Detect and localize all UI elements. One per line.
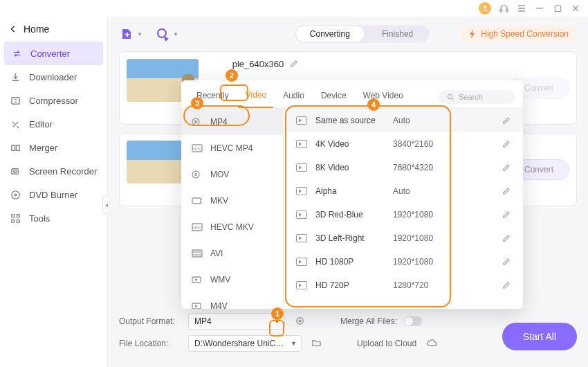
format-item[interactable]: WMV: [181, 267, 283, 293]
resolution-item[interactable]: 8K Video7680*4320: [284, 156, 523, 179]
svg-point-16: [15, 194, 17, 196]
annotation-2: 2: [226, 69, 238, 82]
resolution-item[interactable]: AlphaAuto: [284, 179, 523, 203]
add-url-button[interactable]: [155, 26, 170, 42]
svg-point-23: [158, 29, 166, 37]
svg-rect-10: [11, 97, 19, 103]
edit-icon[interactable]: [289, 60, 298, 69]
video-icon: [296, 211, 307, 219]
menu-icon[interactable]: [516, 3, 527, 14]
resolution-item[interactable]: HD 720P1280*720: [284, 274, 523, 297]
format-item[interactable]: M4V: [181, 293, 283, 309]
sidebar-item-compressor[interactable]: Compressor: [0, 89, 107, 112]
format-item[interactable]: MKV: [181, 188, 283, 214]
tab-audio[interactable]: Audio: [276, 87, 311, 107]
merge-toggle[interactable]: [404, 316, 422, 326]
bottombar: Output Format: MP4 ▼ Merge All Files: Fi…: [108, 306, 588, 367]
svg-line-39: [201, 202, 202, 203]
editor-icon: [10, 118, 21, 129]
svg-point-15: [11, 190, 19, 198]
video-icon: [191, 117, 203, 127]
sidebar-label: Tools: [29, 213, 50, 224]
sidebar-item-downloader[interactable]: Downloader: [0, 65, 107, 89]
output-format-label: Output Format:: [119, 316, 181, 326]
sidebar-item-editor[interactable]: Editor: [0, 112, 107, 136]
file-location-label: File Location:: [119, 339, 181, 348]
tab-finished[interactable]: Finished: [365, 25, 430, 43]
svg-line-31: [452, 98, 454, 100]
tab-converting[interactable]: Converting: [296, 26, 364, 42]
video-icon: [296, 116, 307, 125]
sidebar-item-converter[interactable]: Converter: [4, 42, 103, 65]
sidebar-label: Merger: [29, 143, 57, 153]
format-item[interactable]: MOV: [181, 161, 283, 188]
add-file-button[interactable]: [119, 26, 134, 42]
annotation-4: 4: [367, 98, 380, 111]
edit-icon[interactable]: [502, 258, 511, 267]
maximize-icon[interactable]: [552, 3, 563, 14]
sidebar-item-screen-recorder[interactable]: Screen Recorder: [0, 159, 107, 183]
edit-icon[interactable]: [502, 163, 511, 172]
tab-device[interactable]: Device: [314, 87, 353, 107]
sidebar-item-dvd-burner[interactable]: DVD Burner: [0, 183, 107, 206]
format-item[interactable]: AVI: [181, 240, 283, 267]
resolution-item[interactable]: 3D Red-Blue1920*1080: [284, 203, 523, 226]
resolution-item[interactable]: 4K Video3840*2160: [284, 132, 523, 156]
close-icon[interactable]: [570, 3, 581, 14]
video-icon: [191, 301, 203, 309]
svg-rect-12: [16, 145, 19, 150]
svg-point-0: [484, 6, 486, 8]
sidebar-item-merger[interactable]: Merger: [0, 136, 107, 159]
user-avatar[interactable]: [479, 2, 491, 15]
hsc-label: High Speed Conversion: [481, 29, 569, 39]
home-label: Home: [24, 24, 49, 35]
video-icon: [191, 275, 203, 285]
chevron-down-icon[interactable]: ▼: [173, 31, 178, 37]
format-item[interactable]: HEVCHEVC MKV: [181, 214, 283, 240]
svg-rect-1: [499, 9, 502, 12]
tab-web-video[interactable]: Web Video: [356, 87, 410, 107]
cloud-icon[interactable]: [426, 338, 437, 349]
tab-video[interactable]: Video: [239, 86, 273, 108]
format-item[interactable]: HEVCHEVC MP4: [181, 135, 283, 161]
high-speed-toggle[interactable]: High Speed Conversion: [460, 26, 577, 42]
merger-icon: [10, 142, 21, 153]
resolution-item[interactable]: 3D Left-Right1920*1080: [284, 226, 523, 250]
start-all-button[interactable]: Start All: [502, 323, 577, 350]
format-list: MP4 HEVCHEVC MP4 MOV MKV HEVCHEVC MKV AV…: [181, 109, 284, 309]
edit-icon[interactable]: [502, 281, 511, 290]
home-button[interactable]: Home: [0, 17, 107, 42]
svg-rect-13: [11, 168, 17, 174]
folder-icon[interactable]: [311, 338, 322, 349]
svg-rect-11: [11, 145, 15, 150]
svg-rect-42: [192, 250, 202, 257]
format-item-mp4[interactable]: MP4: [181, 109, 283, 135]
edit-icon[interactable]: [502, 116, 511, 125]
edit-icon[interactable]: [502, 187, 511, 196]
edit-icon[interactable]: [502, 140, 511, 149]
annotation-1: 1: [271, 307, 284, 320]
annotation-3: 3: [191, 97, 203, 109]
sidebar-label: Compressor: [29, 96, 78, 106]
chevron-down-icon[interactable]: ▼: [137, 31, 143, 37]
edit-icon[interactable]: [502, 211, 511, 220]
file-location-select[interactable]: D:\Wondershare UniConverter 1 ▼: [188, 335, 302, 352]
headset-icon[interactable]: [498, 3, 509, 14]
sidebar-item-tools[interactable]: Tools: [0, 206, 107, 230]
output-format-select[interactable]: MP4 ▼: [188, 313, 285, 330]
download-icon: [10, 71, 21, 82]
search-input[interactable]: Search: [439, 90, 515, 104]
settings-icon[interactable]: [295, 316, 306, 327]
compressor-icon: [10, 95, 21, 106]
svg-line-38: [201, 199, 202, 199]
resolution-item[interactable]: HD 1080P1920*1080: [284, 250, 523, 274]
format-popup: Recently Video Audio Device Web Video Se…: [181, 80, 523, 309]
resolution-item[interactable]: Same as sourceAuto: [284, 109, 523, 132]
minimize-icon[interactable]: [534, 3, 545, 14]
sidebar-label: Downloader: [29, 72, 77, 82]
dvd-icon: [10, 189, 21, 200]
svg-point-36: [195, 174, 197, 176]
sidebar-label: Converter: [30, 48, 70, 59]
svg-point-28: [297, 318, 303, 324]
edit-icon[interactable]: [502, 234, 511, 243]
